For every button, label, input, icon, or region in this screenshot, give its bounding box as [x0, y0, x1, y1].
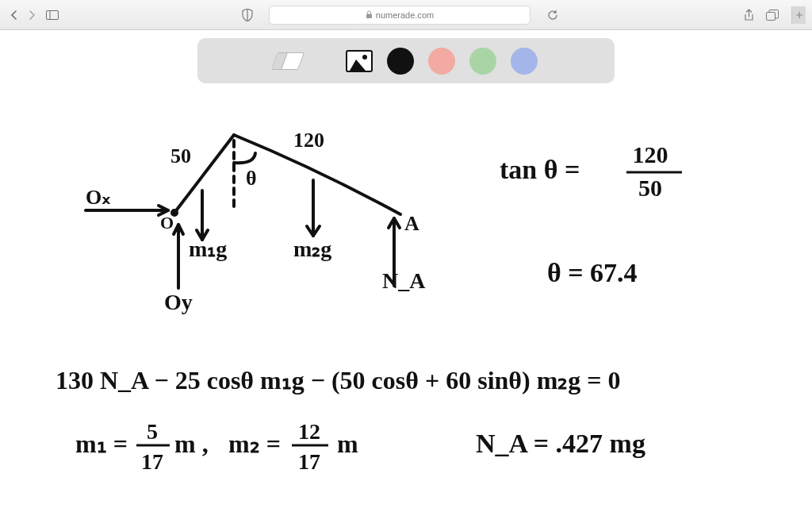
eq-m2-lhs: m₂ = [228, 429, 281, 458]
url-text: numerade.com [376, 10, 434, 20]
label-ox: Oₓ [86, 186, 111, 209]
drawing-toolbar [197, 38, 615, 83]
eq-m2-num: 12 [298, 419, 320, 444]
forward-button[interactable] [24, 7, 40, 23]
privacy-shield-icon[interactable] [239, 6, 256, 24]
eraser-tool-icon[interactable] [271, 52, 304, 70]
eq-m1-lhs: m₁ = [75, 429, 128, 458]
address-bar[interactable]: numerade.com [269, 6, 530, 25]
reload-button[interactable] [543, 6, 562, 25]
label-o: O [160, 213, 174, 233]
eq-torque: 130 N_A − 25 cosθ m₁g − (50 cosθ + 60 si… [56, 366, 621, 394]
svg-rect-0 [47, 10, 59, 19]
eq-theta: θ = 67.4 [547, 258, 638, 287]
label-50: 50 [170, 144, 191, 167]
color-swatch-red[interactable] [428, 48, 455, 75]
label-a: A [404, 212, 419, 235]
eq-m1-suffix: m , [174, 429, 209, 458]
label-na: N_A [382, 268, 426, 293]
chrome-right-group [741, 6, 806, 24]
svg-rect-3 [767, 12, 776, 20]
label-m2g: m₂g [293, 237, 331, 261]
eq-tan-den: 50 [638, 175, 662, 201]
new-tab-button[interactable] [791, 6, 806, 24]
eq-na-result: N_A = .427 mg [476, 429, 645, 458]
eq-tan-lhs: tan θ = [500, 155, 580, 184]
lock-icon [366, 10, 373, 19]
browser-toolbar: numerade.com [0, 0, 812, 30]
eq-m2-den: 17 [298, 449, 320, 474]
label-120: 120 [293, 129, 324, 152]
sidebar-toggle-button[interactable] [44, 7, 60, 23]
whiteboard-canvas[interactable]: 50 120 θ Oₓ O Oy m₁g m₂g A N_A tan θ = 1… [0, 83, 812, 508]
nav-group [6, 7, 60, 23]
label-oy: Oy [164, 290, 193, 314]
color-swatch-blue[interactable] [511, 48, 538, 75]
eq-m1-num: 5 [147, 419, 158, 444]
share-button[interactable] [741, 7, 756, 23]
eq-tan-num: 120 [633, 141, 668, 167]
svg-rect-2 [366, 14, 372, 19]
image-picker-icon[interactable] [346, 50, 373, 72]
eq-m1-den: 17 [141, 449, 163, 474]
handwritten-content: 50 120 θ Oₓ O Oy m₁g m₂g A N_A tan θ = 1… [0, 83, 812, 508]
color-swatch-black[interactable] [387, 48, 414, 75]
label-m1g: m₁g [189, 237, 227, 261]
tabs-button[interactable] [764, 7, 780, 23]
label-theta: θ [246, 167, 257, 190]
color-swatch-green[interactable] [469, 48, 496, 75]
eq-m2-suffix: m [337, 429, 358, 458]
back-button[interactable] [6, 7, 22, 23]
